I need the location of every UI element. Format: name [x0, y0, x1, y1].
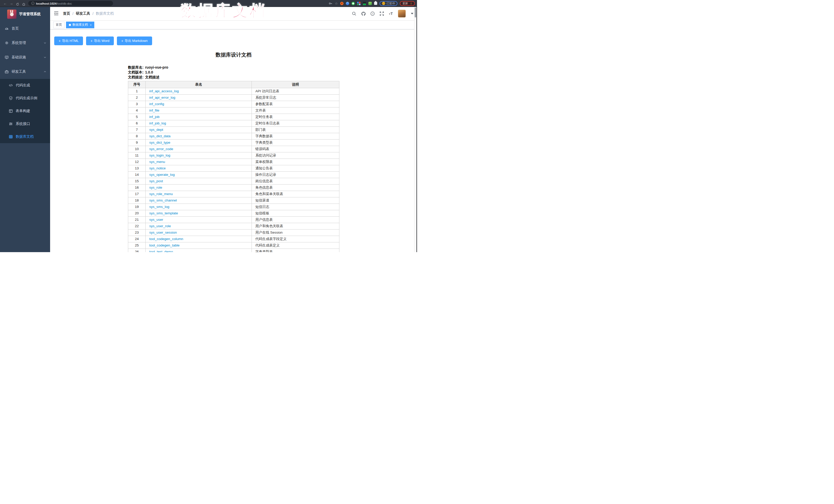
table-row: 19sys_sms_log短信日志	[128, 204, 339, 210]
breadcrumb-dev-tools[interactable]: 研发工具	[76, 11, 90, 16]
profile-paused-chip[interactable]: 已暂停	[379, 1, 397, 6]
table-name-link[interactable]: sys_role_menu	[149, 192, 173, 196]
sidebar-item-code-generation-example[interactable]: 代码生成示例	[0, 92, 50, 105]
table-name-link[interactable]: sys_role	[149, 185, 162, 190]
table-name-link[interactable]: sys_operate_log	[149, 173, 175, 177]
table-name-link[interactable]: sys_menu	[149, 160, 165, 164]
row-description: 定时任务表	[252, 114, 339, 120]
sidebar-logo[interactable]: 芋道管理系统	[0, 7, 50, 21]
table-row: 15sys_post岗位信息表	[128, 178, 339, 184]
table-name-link[interactable]: sys_user_role	[149, 224, 171, 228]
export-word-button[interactable]: + 导出 Word	[86, 37, 114, 45]
table-name-link[interactable]: tool_codegen_column	[149, 237, 183, 241]
browser-back-icon[interactable]: ←	[2, 0, 8, 7]
extension-icon-onetab[interactable]: on	[363, 2, 366, 5]
search-icon[interactable]	[352, 11, 356, 16]
row-table-name-cell: sys_login_log	[146, 152, 252, 159]
sidebar-item-system-api[interactable]: 系统接口	[0, 117, 50, 130]
table-name-link[interactable]: sys_sms_channel	[149, 198, 177, 202]
row-description: 短信渠道	[252, 197, 339, 204]
browser-update-chip[interactable]: 更新 ⋮	[400, 1, 415, 6]
table-row: 6inf_job_log定时任务日志表	[128, 120, 339, 127]
github-icon[interactable]	[361, 11, 366, 16]
extension-icon-orange[interactable]	[340, 2, 344, 5]
extension-icon-green-leaf[interactable]	[369, 2, 372, 5]
plus-icon: +	[90, 39, 92, 43]
row-index: 26	[128, 249, 146, 253]
tag-database-doc[interactable]: 数据库文档 ×	[66, 22, 94, 28]
extension-icon-blue[interactable]	[346, 2, 349, 5]
breadcrumb-home[interactable]: 首页	[63, 11, 70, 16]
user-avatar[interactable]	[398, 10, 406, 18]
password-key-icon[interactable]	[329, 2, 332, 5]
table-name-link[interactable]: inf_job	[149, 115, 159, 119]
export-markdown-button[interactable]: + 导出 Markdown	[117, 37, 152, 45]
breadcrumb-current: 数据库文档	[96, 11, 114, 16]
browser-menu-dots-icon[interactable]: ⋮	[410, 2, 412, 5]
row-description: 用户和角色关联表	[252, 223, 339, 229]
table-name-link[interactable]: inf_file	[149, 108, 159, 112]
table-name-link[interactable]: inf_api_access_log	[149, 89, 179, 93]
scrollbar-thumb[interactable]	[415, 7, 416, 18]
browser-home-icon[interactable]	[21, 1, 27, 6]
table-name-link[interactable]: sys_dict_data	[149, 134, 171, 138]
sidebar-item-dev-tools[interactable]: 研发工具	[0, 65, 50, 79]
app-title: 芋道管理系统	[19, 12, 41, 17]
sidebar-item-label: 系统接口	[16, 122, 30, 126]
sidebar-item-home[interactable]: 首页	[0, 21, 50, 36]
tag-close-icon[interactable]: ×	[90, 23, 91, 26]
sidebar-item-code-generation[interactable]: 代码生成	[0, 79, 50, 92]
fullscreen-icon[interactable]	[379, 11, 384, 16]
row-description: 用户在线 Session	[252, 229, 339, 236]
table-name-link[interactable]: sys_notice	[149, 166, 166, 170]
sidebar-item-infrastructure[interactable]: 基础设施	[0, 50, 50, 65]
table-row: 18sys_sms_channel短信渠道	[128, 197, 339, 204]
table-name-link[interactable]: sys_user_session	[149, 231, 177, 234]
table-name-link[interactable]: sys_error_code	[149, 147, 173, 151]
table-name-link[interactable]: sys_dept	[149, 128, 163, 132]
row-index: 16	[128, 184, 146, 191]
sidebar-collapse-icon[interactable]	[54, 11, 59, 17]
sidebar-item-database-doc[interactable]: 数据库文档	[0, 130, 50, 143]
database-doc: 数据库设计文档 数据库名:ruoyi-vue-pro 文档版本:1.0.0 文档…	[128, 51, 339, 252]
doc-table-body: 1inf_api_access_logAPI 访问日志表2inf_api_err…	[128, 88, 339, 253]
tag-home[interactable]: 首页	[53, 22, 65, 28]
sliders-icon	[9, 122, 13, 126]
font-size-icon[interactable]: TT	[389, 11, 393, 16]
doc-desc-value: 文档描述	[145, 75, 159, 80]
table-name-link[interactable]: tool_test_demo	[149, 250, 173, 252]
page-scrollbar[interactable]	[414, 7, 416, 252]
row-table-name-cell: tool_codegen_column	[146, 236, 252, 242]
main-area: 首页 / 研发工具 / 数据库文档 ?	[50, 7, 417, 252]
table-row: 11sys_login_log系统访问记录	[128, 152, 339, 159]
extension-icon-green-check[interactable]	[351, 2, 355, 5]
extensions-puzzle-icon[interactable]	[374, 2, 377, 5]
table-name-link[interactable]: sys_user	[149, 218, 163, 222]
extension-icon-grid[interactable]	[357, 2, 360, 5]
table-name-link[interactable]: sys_login_log	[149, 153, 170, 157]
table-name-link[interactable]: sys_sms_log	[149, 205, 169, 209]
table-name-link[interactable]: sys_dict_type	[149, 140, 170, 145]
table-name-link[interactable]: inf_job_log	[149, 121, 166, 125]
table-name-link[interactable]: sys_sms_template	[149, 211, 178, 215]
sidebar-item-system-management[interactable]: 系统管理	[0, 36, 50, 50]
help-question-icon[interactable]: ?	[370, 11, 375, 16]
table-name-link[interactable]: sys_post	[149, 179, 163, 183]
table-name-link[interactable]: tool_codegen_table	[149, 243, 180, 247]
browser-forward-icon[interactable]: →	[8, 0, 15, 7]
dev-tools-submenu: 代码生成 代码生成示例 表单构建	[0, 79, 50, 143]
export-html-button[interactable]: + 导出 HTML	[54, 37, 83, 45]
bookmark-star-icon[interactable]: ☆	[335, 2, 338, 5]
window-edge	[416, 7, 417, 252]
site-info-icon[interactable]: i	[31, 2, 35, 5]
browser-reload-icon[interactable]	[15, 1, 21, 6]
row-table-name-cell: tool_codegen_table	[146, 242, 252, 249]
row-index: 12	[128, 159, 146, 165]
table-name-link[interactable]: inf_config	[149, 102, 164, 106]
address-bar[interactable]: i localhost:1024/tool/db-doc	[28, 1, 113, 6]
sidebar-item-form-builder[interactable]: 表单构建	[0, 105, 50, 117]
row-description: 参数配置表	[252, 101, 339, 107]
table-name-link[interactable]: inf_api_error_log	[149, 95, 175, 100]
user-menu-caret-icon[interactable]	[411, 13, 413, 15]
row-table-name-cell: sys_operate_log	[146, 172, 252, 178]
